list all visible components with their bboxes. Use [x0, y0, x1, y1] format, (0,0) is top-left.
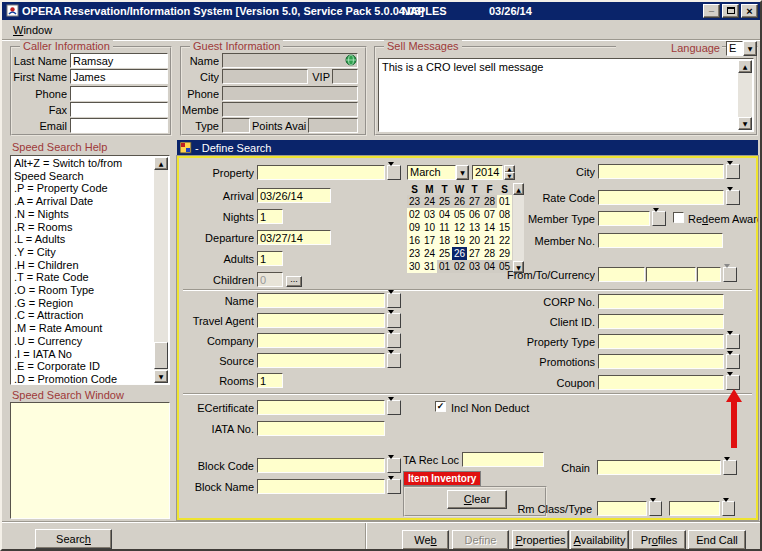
calendar-selected-day[interactable]: 26	[452, 247, 467, 260]
search-button[interactable]: Search	[35, 529, 112, 549]
rm-class-field[interactable]	[597, 501, 647, 516]
calendar-day[interactable]: 09	[407, 221, 422, 234]
calendar-day[interactable]: 25	[437, 247, 452, 260]
client-id-field[interactable]	[598, 314, 724, 329]
property-type-lov-button[interactable]	[726, 334, 740, 349]
chain-field[interactable]	[597, 460, 721, 475]
calendar-month-field[interactable]: March	[407, 165, 456, 180]
coupon-field[interactable]	[598, 375, 724, 390]
calendar-day[interactable]: 30	[407, 260, 422, 273]
define-search-titlebar[interactable]: - Define Search	[177, 140, 758, 156]
property-field[interactable]	[257, 165, 385, 180]
scroll-up-icon[interactable]: ▲	[154, 157, 168, 170]
rate-to-field[interactable]	[646, 267, 696, 282]
rate-code-lov-button[interactable]	[726, 190, 740, 205]
menu-window[interactable]: Window	[8, 23, 57, 37]
title-bar[interactable]: OPERA Reservation/Information System [Ve…	[2, 2, 760, 20]
iata-no-field[interactable]	[257, 421, 385, 436]
month-dropdown-button[interactable]: ▼	[456, 165, 469, 180]
source-field[interactable]	[257, 353, 385, 368]
maximize-button[interactable]	[722, 4, 739, 18]
adults-field[interactable]	[257, 251, 283, 266]
fax-field[interactable]	[70, 102, 168, 117]
departure-field[interactable]	[257, 230, 331, 245]
ecertificate-field[interactable]	[257, 400, 385, 415]
calendar-day[interactable]: 05	[452, 208, 467, 221]
rate-from-field[interactable]	[598, 267, 645, 282]
company-lov-button[interactable]	[387, 333, 401, 348]
scroll-down-icon[interactable]: ▼	[154, 370, 168, 383]
company-field[interactable]	[257, 333, 385, 348]
travel-agent-lov-button[interactable]	[387, 313, 401, 328]
city-lov-button[interactable]	[726, 164, 740, 179]
nights-field[interactable]	[257, 209, 283, 224]
promotions-field[interactable]	[598, 354, 724, 369]
email-field[interactable]	[70, 118, 168, 133]
city-field[interactable]	[598, 164, 724, 179]
travel-agent-field[interactable]	[257, 313, 385, 328]
calendar-day[interactable]: 02	[452, 260, 467, 273]
rooms-field[interactable]	[257, 373, 283, 388]
calendar-day[interactable]: 27	[467, 247, 482, 260]
speed-search-help-list[interactable]: Alt+Z = Switch to/from Speed Search .P =…	[10, 155, 170, 385]
name-lov-button[interactable]	[387, 293, 401, 308]
children-ellipsis-button[interactable]: ...	[286, 276, 302, 287]
calendar-day[interactable]: 11	[437, 221, 452, 234]
corp-no-field[interactable]	[598, 294, 724, 309]
member-no-field[interactable]	[598, 233, 723, 248]
calendar-day[interactable]: 12	[452, 221, 467, 234]
calendar-day[interactable]: 28	[482, 247, 497, 260]
calendar-day[interactable]: 10	[422, 221, 437, 234]
calendar-day[interactable]: 16	[407, 234, 422, 247]
rate-code-field[interactable]	[598, 190, 724, 205]
calendar-scrollbar[interactable]	[513, 195, 524, 261]
close-button[interactable]: ×	[741, 4, 758, 18]
coupon-lov-button[interactable]	[726, 375, 740, 390]
scroll-down-icon[interactable]: ▼	[738, 117, 752, 130]
availability-button[interactable]: Availability	[570, 530, 629, 550]
end-call-button[interactable]: End Call	[688, 530, 746, 550]
scrollbar-thumb[interactable]	[154, 342, 168, 369]
calendar-day[interactable]: 18	[437, 234, 452, 247]
calendar-day[interactable]: 02	[407, 208, 422, 221]
scroll-up-icon[interactable]: ▲	[738, 60, 752, 73]
speed-search-window-input[interactable]	[10, 402, 170, 519]
member-type-lov-button[interactable]	[652, 211, 666, 226]
property-type-field[interactable]	[598, 334, 724, 349]
calendar-day[interactable]: 29	[497, 247, 512, 260]
calendar-day[interactable]: 26	[452, 195, 467, 208]
minimize-button[interactable]: _	[703, 4, 720, 18]
property-lov-button[interactable]	[387, 165, 401, 180]
calendar-day[interactable]: 19	[452, 234, 467, 247]
calendar-day[interactable]: 24	[422, 247, 437, 260]
ecertificate-lov-button[interactable]	[387, 400, 401, 415]
first-name-field[interactable]	[70, 69, 168, 84]
arrival-field[interactable]	[257, 188, 331, 203]
source-lov-button[interactable]	[387, 353, 401, 368]
member-type-field[interactable]	[598, 211, 650, 226]
calendar-day[interactable]: 23	[407, 247, 422, 260]
properties-button[interactable]: Properties	[512, 530, 569, 550]
promotions-lov-button[interactable]	[726, 354, 740, 369]
currency-field[interactable]	[697, 267, 721, 282]
calendar-day[interactable]: 04	[437, 208, 452, 221]
globe-icon[interactable]	[345, 54, 357, 68]
caller-phone-field[interactable]	[70, 86, 168, 101]
block-name-field[interactable]	[257, 479, 385, 494]
block-name-lov-button[interactable]	[387, 479, 401, 494]
search-name-field[interactable]	[257, 293, 385, 308]
calendar-day[interactable]: 31	[422, 260, 437, 273]
calendar-day[interactable]: 01	[437, 260, 452, 273]
calendar-day[interactable]: 17	[422, 234, 437, 247]
last-name-field[interactable]	[70, 53, 168, 68]
web-links-button[interactable]: Web Links	[402, 530, 449, 550]
calendar-day[interactable]: 25	[437, 195, 452, 208]
calendar-day[interactable]: 23	[407, 195, 422, 208]
incl-non-deduct-checkbox[interactable]: ✓	[435, 401, 446, 412]
rm-type-field[interactable]	[669, 501, 720, 516]
chain-lov-button[interactable]	[723, 460, 737, 475]
calendar-day[interactable]: 24	[422, 195, 437, 208]
language-dropdown-button[interactable]: ▼	[743, 41, 757, 56]
calendar-day[interactable]: 03	[422, 208, 437, 221]
rm-type-lov-button[interactable]	[722, 501, 735, 516]
